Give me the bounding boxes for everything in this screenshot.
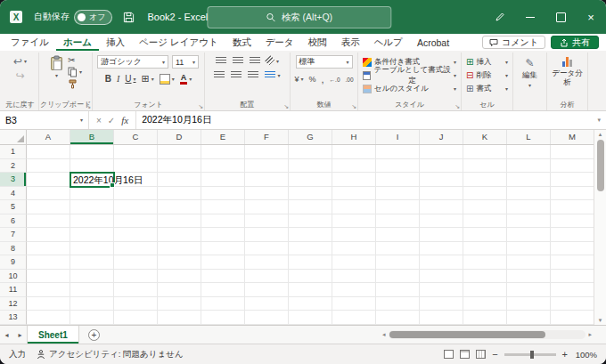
cell-J12[interactable] [420,297,463,311]
cell-C4[interactable] [114,187,158,201]
cell-E6[interactable] [201,214,245,229]
cell-B6[interactable] [70,214,114,229]
cell-I8[interactable] [376,242,420,256]
cell-K6[interactable] [463,214,507,229]
align-center-button[interactable] [231,71,242,79]
comma-format-button[interactable]: , [322,74,324,85]
dialog-launcher-icon[interactable]: ↘ [86,103,91,109]
orientation-button[interactable]: ▾ [266,57,279,65]
borders-button[interactable]: ⊞▾ [142,73,154,85]
cell-I7[interactable] [376,228,420,242]
align-bottom-button[interactable] [250,57,260,65]
cell-E2[interactable] [201,159,245,174]
decrease-decimal-button[interactable]: .00 [346,77,354,83]
column-header-K[interactable]: K [463,130,507,144]
zoom-slider[interactable] [504,353,556,356]
cell-A5[interactable] [27,200,70,214]
formula-bar-expand-icon[interactable]: ▾ [592,117,606,124]
cell-D11[interactable] [158,283,201,297]
font-name-select[interactable]: 游ゴシック▾ [97,55,168,69]
cell-H11[interactable] [332,283,376,297]
cell-C1[interactable] [114,145,158,159]
cell-F12[interactable] [245,297,289,311]
column-header-C[interactable]: C [114,130,158,144]
cell-L5[interactable] [507,200,551,214]
cell-H2[interactable] [332,159,376,174]
cell-E10[interactable] [201,270,245,284]
dialog-launcher-icon[interactable]: ↘ [351,103,356,109]
align-right-button[interactable] [248,71,258,79]
cell-G2[interactable] [289,159,332,174]
cell-I1[interactable] [376,145,420,159]
cell-B9[interactable] [70,255,114,270]
delete-cells-button[interactable]: ⊟ 削除 ▾ [466,69,508,82]
tab-view[interactable]: 表示 [334,34,367,51]
row-header-13[interactable]: 13 [0,311,27,325]
bold-button[interactable]: B [105,74,111,84]
row-header-4[interactable]: 4 [0,187,27,201]
tab-formulas[interactable]: 数式 [225,34,258,51]
percent-format-button[interactable]: % [309,75,316,84]
cell-K12[interactable] [463,297,507,311]
dialog-launcher-icon[interactable]: ↘ [454,103,460,109]
tab-page-layout[interactable]: ページ レイアウト [132,34,225,51]
cell-J6[interactable] [420,214,463,229]
cell-E7[interactable] [201,228,245,242]
page-layout-view-button[interactable] [460,350,470,359]
cell-J5[interactable] [420,200,463,214]
cell-K5[interactable] [463,200,507,214]
cell-L9[interactable] [507,255,551,270]
cell-B13[interactable] [70,311,114,325]
comments-button[interactable]: コメント [482,36,545,49]
column-header-E[interactable]: E [201,130,245,144]
cell-M6[interactable] [551,214,594,229]
cell-L12[interactable] [507,297,551,311]
cell-H9[interactable] [332,255,376,270]
cell-K13[interactable] [463,311,507,325]
cell-L10[interactable] [507,270,551,284]
cell-F2[interactable] [245,159,289,174]
horizontal-scroll-track[interactable] [389,330,586,339]
cell-F8[interactable] [245,242,289,256]
row-header-8[interactable]: 8 [0,242,27,256]
font-size-select[interactable]: 11▾ [172,55,199,69]
name-box[interactable]: B3 ▾ [0,111,89,129]
cell-G4[interactable] [289,187,332,201]
cell-J4[interactable] [420,187,463,201]
cell-F9[interactable] [245,255,289,270]
column-header-L[interactable]: L [507,130,551,144]
horizontal-scroll-thumb[interactable] [389,331,546,338]
cell-I13[interactable] [376,311,420,325]
insert-cells-button[interactable]: ⊞ 挿入 ▾ [466,55,508,69]
close-button[interactable]: × [576,0,606,34]
cell-L11[interactable] [507,283,551,297]
cell-A1[interactable] [27,145,70,159]
column-header-J[interactable]: J [420,130,463,144]
vertical-scrollbar[interactable]: ▴ ▾ [594,130,606,325]
cell-D7[interactable] [158,228,201,242]
cell-I9[interactable] [376,255,420,270]
cell-J10[interactable] [420,270,463,284]
row-header-3[interactable]: 3 [0,173,27,187]
cell-B3[interactable]: 2022年10月16日 [70,173,114,187]
cell-K9[interactable] [463,255,507,270]
cell-F3[interactable] [245,173,289,187]
cell-K4[interactable] [463,187,507,201]
cell-G12[interactable] [289,297,332,311]
cell-M3[interactable] [551,173,594,187]
cell-A2[interactable] [27,159,70,174]
cell-H4[interactable] [332,187,376,201]
format-cells-button[interactable]: ⊞ 書式 ▾ [466,82,508,95]
cell-K8[interactable] [463,242,507,256]
minimize-button[interactable] [515,0,545,34]
cell-L4[interactable] [507,187,551,201]
cell-J11[interactable] [420,283,463,297]
cell-D5[interactable] [158,200,201,214]
tab-file[interactable]: ファイル [4,34,56,51]
new-sheet-button[interactable]: + [88,329,100,341]
tab-data[interactable]: データ [258,34,301,51]
tab-insert[interactable]: 挿入 [99,34,132,51]
fill-color-button[interactable]: ▾ [160,74,175,85]
currency-format-button[interactable]: ¥▾ [294,75,303,84]
column-header-M[interactable]: M [551,130,594,144]
